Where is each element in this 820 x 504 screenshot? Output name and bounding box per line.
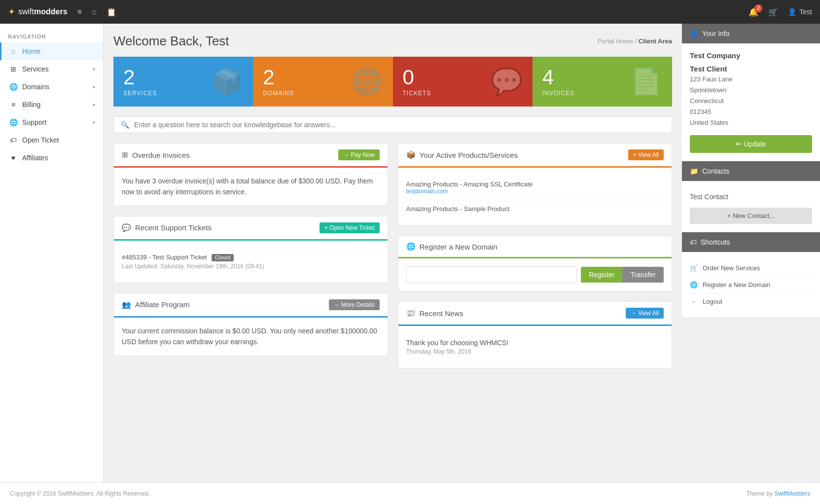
product-row-1: Amazing Products - Amazing SSL Certifica… (406, 176, 664, 200)
sidebar-item-affiliates[interactable]: ♥ Affiliates (0, 149, 103, 167)
breadcrumb: Portal Home / Client Area (598, 37, 672, 45)
register-button[interactable]: Register (581, 267, 622, 283)
services-chevron-icon: ▾ (93, 67, 95, 72)
breadcrumb-separator: / (635, 37, 639, 45)
invoices-card-icon: 📄 (630, 67, 662, 97)
order-services-icon: 🛒 (690, 264, 698, 272)
recent-tickets-body: #485339 - Test Support Ticket Closed Las… (114, 241, 388, 283)
support-sidebar-icon: 🌐 (9, 118, 17, 126)
footer: Copyright © 2016 SwiftModders. All Right… (0, 482, 820, 504)
sidebar-item-services[interactable]: ⊞ Services ▾ (0, 60, 103, 78)
main-columns: ⊞ Overdue Invoices → Pay Now You have 3 … (113, 143, 672, 378)
logo-icon: ✦ (8, 6, 15, 17)
menu-icon[interactable]: ≡ (77, 7, 82, 16)
services-card-icon: 📦 (211, 67, 243, 97)
sidebar-open-ticket-label: Open Ticket (22, 136, 59, 144)
cart-icon[interactable]: 🛒 (768, 7, 778, 17)
sidebar-item-home[interactable]: ⌂ Home (0, 42, 103, 60)
home-nav-icon[interactable]: ⌂ (92, 7, 97, 16)
sidebar-billing-label: Billing (22, 101, 40, 108)
new-contact-button[interactable]: + New Contact... (690, 208, 812, 224)
contacts-title: Contacts (702, 167, 729, 175)
recent-tickets-icon: 💬 (122, 223, 131, 232)
stat-card-domains[interactable]: 2 DOMAINS 🌐 (253, 57, 392, 107)
active-products-body: Amazing Products - Amazing SSL Certifica… (398, 168, 672, 225)
register-domain-icon: 🌐 (406, 242, 416, 251)
view-all-news-button[interactable]: → View All (626, 308, 664, 319)
recent-news-body: Thank you for choosing WHMCS! Thursday, … (398, 326, 672, 368)
pay-now-button[interactable]: → Pay Now (338, 149, 379, 160)
recent-tickets-panel: 💬 Recent Support Tickets + Open New Tick… (113, 216, 388, 283)
sidebar-item-billing[interactable]: ≡ Billing ▾ (0, 96, 103, 113)
address-line2: Sprinkletown (690, 85, 812, 96)
sidebar-item-support[interactable]: 🌐 Support ▾ (0, 113, 103, 131)
sidebar-item-domains[interactable]: 🌐 Domains ▾ (0, 78, 103, 96)
active-products-header: 📦 Your Active Products/Services + View A… (398, 144, 672, 168)
user-name: Test (799, 8, 812, 16)
address-line4: 012345 (690, 107, 812, 117)
notification-icon[interactable]: 🔔 2 (749, 7, 758, 17)
recent-news-header: 📰 Recent News → View All (398, 302, 672, 326)
billing-chevron-icon: ▾ (93, 102, 95, 108)
active-products-title: 📦 Your Active Products/Services (406, 150, 518, 159)
doc-nav-icon[interactable]: 📋 (107, 7, 116, 17)
services-count: 2 (123, 67, 157, 88)
news-title-1: Thank you for choosing WHMCS! (406, 339, 664, 347)
sidebar-item-open-ticket[interactable]: 🏷 Open Ticket (0, 131, 103, 149)
user-menu[interactable]: 👤 Test (788, 8, 812, 16)
recent-news-title: 📰 Recent News (406, 309, 463, 318)
product-name-1: Amazing Products - Amazing SSL Certifica… (406, 180, 664, 188)
overdue-invoices-header: ⊞ Overdue Invoices → Pay Now (114, 144, 388, 168)
domain-search-input[interactable] (406, 266, 577, 283)
contacts-body: Test Contact + New Contact... (682, 181, 820, 232)
services-sidebar-icon: ⊞ (9, 65, 17, 73)
update-button[interactable]: ✏ Update (690, 135, 812, 153)
tickets-label: TICKETS (403, 90, 431, 97)
stat-card-invoices[interactable]: 4 INVOICES 📄 (533, 57, 672, 107)
brand-suffix: modders (34, 7, 68, 16)
recent-tickets-header: 💬 Recent Support Tickets + Open New Tick… (114, 216, 388, 241)
overdue-invoices-body: You have 3 overdue invoice(s) with a tot… (114, 168, 388, 206)
breadcrumb-current: Client Area (639, 37, 672, 45)
transfer-button[interactable]: Transfer (622, 267, 664, 283)
client-address: 123 Faux Lane Sprinkletown Connecticut 0… (690, 74, 812, 128)
client-name: Test Client (690, 65, 812, 73)
domain-input-row: Register Transfer (406, 266, 664, 283)
ticket-date: Last Updated: Saturday, November 19th, 2… (122, 263, 380, 270)
affiliate-title: 👥 Affiliate Program (122, 300, 190, 309)
sidebar-affiliates-label: Affiliates (22, 154, 48, 162)
more-details-button[interactable]: → More Details (329, 299, 380, 310)
stat-card-tickets[interactable]: 0 TICKETS 💬 (393, 57, 533, 107)
product-name-2: Amazing Products - Sample Product (406, 205, 664, 213)
stat-card-services[interactable]: 2 SERVICES 📦 (113, 57, 253, 107)
ticket-row: #485339 - Test Support Ticket Closed Las… (122, 249, 380, 275)
shortcut-order-services[interactable]: 🛒 Order New Services (690, 260, 812, 277)
invoices-label: INVOICES (542, 90, 574, 97)
shortcut-register-domain[interactable]: 🌐 Register a New Domain (690, 277, 812, 293)
shortcuts-section: 🏷 Shortcuts 🛒 Order New Services 🌐 Regis… (682, 232, 820, 318)
sidebar-support-label: Support (22, 118, 46, 126)
your-info-icon: 👤 (690, 30, 698, 37)
open-new-ticket-button[interactable]: + Open New Ticket (320, 222, 380, 233)
open-ticket-sidebar-icon: 🏷 (9, 136, 17, 144)
affiliate-body: Your current commission balance is $0.00… (114, 318, 388, 356)
domains-card-icon: 🌐 (351, 67, 383, 97)
nav-label: NAVIGATION (0, 29, 103, 42)
theme-link[interactable]: SwiftModders (774, 490, 810, 497)
product-domain-1[interactable]: testdomain.com (406, 188, 664, 195)
view-all-products-button[interactable]: + View All (628, 149, 664, 160)
breadcrumb-portal-home[interactable]: Portal Home (598, 37, 633, 45)
news-item-1: Thank you for choosing WHMCS! Thursday, … (406, 334, 664, 360)
shortcut-logout[interactable]: ← Logout (690, 293, 812, 310)
copyright-text: Copyright © 2016 SwiftModders. All Right… (10, 490, 150, 497)
contacts-header: 📁 Contacts (682, 161, 820, 181)
search-icon: 🔍 (121, 121, 129, 129)
contacts-section: 📁 Contacts Test Contact + New Contact... (682, 161, 820, 232)
right-sidebar: 👤 Your Info Test Company Test Client 123… (682, 24, 820, 482)
logout-icon: ← (690, 298, 698, 305)
search-input[interactable] (134, 121, 665, 129)
shortcuts-body: 🛒 Order New Services 🌐 Register a New Do… (682, 252, 820, 318)
your-info-header: 👤 Your Info (682, 24, 820, 43)
active-products-panel: 📦 Your Active Products/Services + View A… (398, 143, 673, 226)
main-content: Welcome Back, Test Portal Home / Client … (104, 24, 682, 482)
